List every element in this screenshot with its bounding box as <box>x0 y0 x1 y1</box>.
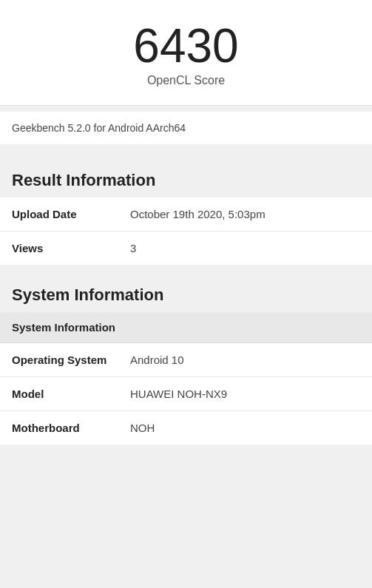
table-row: Views 3 <box>0 232 372 265</box>
score-section: 6430 OpenCL Score <box>0 0 372 106</box>
upload-date-label: Upload Date <box>12 208 130 220</box>
model-value: HUAWEI NOH-NX9 <box>130 388 227 400</box>
score-number: 6430 <box>15 22 357 70</box>
table-row: Upload Date October 19th 2020, 5:03pm <box>0 197 372 232</box>
model-label: Model <box>12 388 130 400</box>
system-section: System Information System Information Op… <box>0 271 372 445</box>
score-label: OpenCL Score <box>15 74 357 87</box>
upload-date-value: October 19th 2020, 5:03pm <box>130 208 266 220</box>
section-gap-2 <box>0 265 372 271</box>
system-section-title: System Information <box>12 285 360 305</box>
system-info-table: System Information Operating System Andr… <box>0 312 372 445</box>
table-row: Motherboard NOH <box>0 411 372 445</box>
os-value: Android 10 <box>130 354 184 366</box>
views-value: 3 <box>130 242 136 254</box>
result-section: Result Information Upload Date October 1… <box>0 156 372 265</box>
geekbench-info-text: Geekbench 5.2.0 for Android AArch64 <box>12 122 186 134</box>
result-info-table: Upload Date October 19th 2020, 5:03pm Vi… <box>0 197 372 265</box>
table-row: Model HUAWEI NOH-NX9 <box>0 377 372 411</box>
system-section-header: System Information <box>0 271 372 312</box>
result-section-title: Result Information <box>12 171 360 190</box>
system-info-header-row: System Information <box>0 312 372 343</box>
motherboard-value: NOH <box>130 422 155 434</box>
views-label: Views <box>12 242 130 254</box>
table-row: Operating System Android 10 <box>0 343 372 377</box>
os-label: Operating System <box>12 354 130 366</box>
geekbench-info: Geekbench 5.2.0 for Android AArch64 <box>0 112 372 150</box>
section-gap-1 <box>0 150 372 156</box>
motherboard-label: Motherboard <box>12 422 130 434</box>
result-section-header: Result Information <box>0 156 372 197</box>
